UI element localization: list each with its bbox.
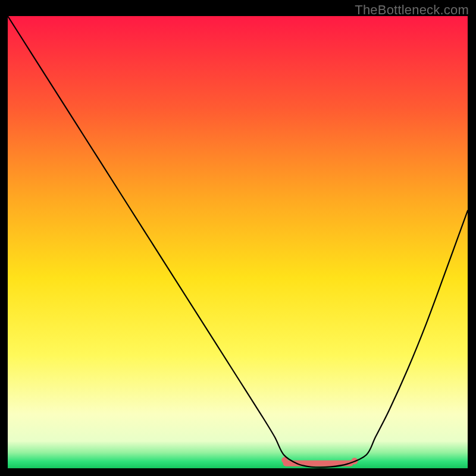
bottleneck-chart <box>0 0 476 476</box>
gradient-background <box>8 16 468 468</box>
chart-stage: TheBottleneck.com <box>0 0 476 476</box>
watermark-text: TheBottleneck.com <box>355 2 469 18</box>
